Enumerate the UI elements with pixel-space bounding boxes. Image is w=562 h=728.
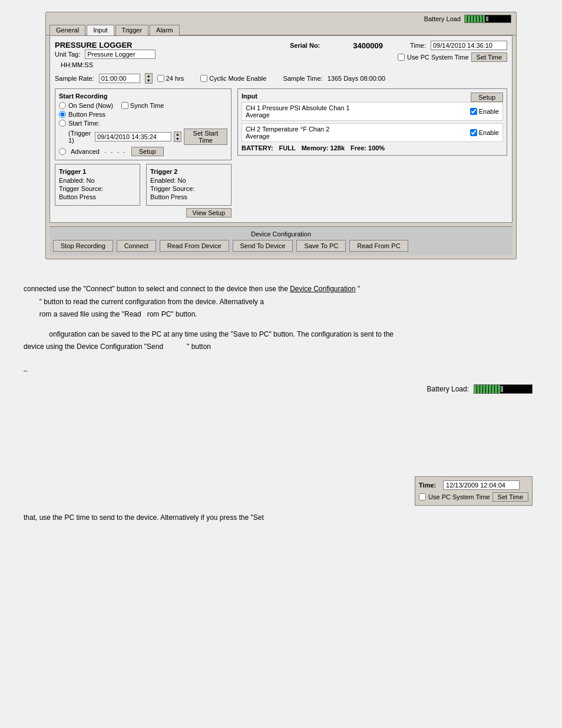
start-time-radio-row: Start Time: [59, 120, 227, 127]
page-wrapper: Battery Load General Input Trigger Alarm… [0, 0, 562, 548]
device-title: PRESSURE LOGGER [55, 41, 156, 50]
time-widget-box: Time: Use PC System Time Set Time [415, 476, 533, 506]
underline-device-config: Device Configuration [290, 285, 355, 293]
time-widget-top-row: Time: [419, 480, 528, 490]
spacer [12, 400, 550, 470]
start-time-input[interactable] [95, 132, 171, 141]
view-setup-row: View Setup [55, 208, 232, 218]
bottom-battery-tip [501, 386, 503, 392]
channel1-line2: Average [246, 111, 350, 118]
panel-header-row: PRESSURE LOGGER Unit Tag: HH:MM:SS Seria… [55, 41, 507, 70]
battery-bar-fill [465, 15, 485, 22]
right-col: Input Setup CH 1 Pressure PSI Absolute C… [237, 88, 507, 218]
use-pc-checkbox[interactable] [398, 54, 405, 61]
bottom-battery-widget: Battery Load: [12, 378, 550, 400]
tab-input[interactable]: Input [87, 25, 114, 35]
button-press-radio[interactable] [59, 111, 66, 118]
bottom-text-block: that, use the PC time to send to the dev… [12, 512, 550, 536]
bottom-battery-label: Battery Load: [427, 385, 469, 393]
sample-time-value: 1365 Days 08:00:00 [328, 75, 385, 82]
start-time-spinner[interactable]: ▲ ▼ [174, 131, 181, 142]
device-title-block: PRESSURE LOGGER Unit Tag: HH:MM:SS [55, 41, 156, 70]
channel2-enable-checkbox[interactable] [470, 129, 477, 136]
start-time-label: Start Time: [68, 120, 100, 127]
synch-time-checkbox[interactable] [121, 102, 128, 109]
channel1-enable-checkbox[interactable] [470, 108, 477, 115]
channel2-text: CH 2 Temperature °F Chan 2 Average [246, 126, 329, 140]
tab-alarm[interactable]: Alarm [150, 25, 180, 35]
start-time-radio[interactable] [59, 120, 66, 127]
battery-bar [464, 15, 511, 23]
trigger2-source: Trigger Source: [150, 185, 227, 192]
advanced-radio[interactable] [59, 148, 66, 155]
channel1-enable-row: Enable [470, 108, 499, 115]
hrs-checkbox[interactable] [157, 75, 164, 82]
setup-button[interactable]: Setup [131, 147, 164, 156]
time-input[interactable] [431, 41, 507, 50]
on-send-radio[interactable] [59, 102, 66, 109]
bottom-battery-fill [474, 385, 500, 393]
save-pc-button[interactable]: Save To PC [296, 240, 346, 252]
input-title: Input [242, 93, 257, 100]
use-pc-row: Use PC System Time Set Time [290, 52, 507, 62]
send-device-button[interactable]: Send To Device [233, 240, 293, 252]
trigger2-value: Button Press [150, 193, 227, 200]
battery-bar-row: Battery Load [46, 12, 516, 24]
trigger1-source: Trigger Source: [59, 185, 136, 192]
cyclic-mode-row: Cyclic Mode Enable [200, 75, 266, 82]
para1: connected use the "Connect" button to se… [24, 283, 538, 321]
panel-body: PRESSURE LOGGER Unit Tag: HH:MM:SS Seria… [49, 35, 513, 223]
on-send-row: On Send (Now) Synch Time [59, 102, 227, 109]
stop-recording-button[interactable]: Stop Recording [53, 240, 113, 252]
spinner-button[interactable]: ▲ ▼ [145, 73, 153, 84]
time-widget-pc-checkbox[interactable] [419, 493, 426, 500]
channel2-row: CH 2 Temperature °F Chan 2 Average Enabl… [242, 123, 503, 142]
set-start-button[interactable]: Set Start Time [184, 129, 227, 145]
two-col-layout: Start Recording On Send (Now) Synch Time [55, 88, 507, 218]
synch-time-label: Synch Time [130, 102, 164, 109]
time-widget-pc-label: Use PC System Time [428, 493, 490, 500]
tab-trigger[interactable]: Trigger [115, 25, 148, 35]
text-body: connected use the "Connect" button to se… [12, 277, 550, 367]
bottom-bar: Device Configuration Stop Recording Conn… [49, 226, 513, 255]
serial-value: 3400009 [353, 41, 383, 50]
time-widget-label: Time: [419, 482, 439, 489]
read-device-button[interactable]: Read From Device [160, 240, 229, 252]
battery-status-label: BATTERY: [242, 144, 273, 151]
input-setup-button[interactable]: Setup [471, 93, 503, 102]
sample-rate-input[interactable] [99, 74, 140, 83]
button-press-row: Button Press [59, 111, 227, 118]
unit-tag-input[interactable] [85, 50, 156, 59]
trigger1-box: Trigger 1 Enabled: No Trigger Source: Bu… [55, 164, 140, 206]
hhmmss-label: HH:MM:SS [61, 61, 156, 68]
input-header: Input Setup [242, 93, 503, 102]
sample-rate-row: Sample Rate: ▲ ▼ 24 hrs Cyclic Mode Enab… [55, 73, 507, 84]
channel2-line2: Average [246, 133, 329, 140]
start-time-input-row: (Trigger 1) ▲ ▼ Set Start Time [68, 129, 227, 145]
read-pc-button[interactable]: Read From PC [349, 240, 408, 252]
bottom-para: that, use the PC time to send to the dev… [24, 512, 538, 525]
dash-line: – [24, 367, 550, 374]
time-widget-set-button[interactable]: Set Time [492, 492, 528, 502]
sample-rate-label: Sample Rate: [55, 75, 94, 82]
channel2-enable-row: Enable [470, 129, 499, 136]
unit-tag-label: Unit Tag: [55, 51, 80, 58]
time-label: Time: [410, 42, 426, 49]
view-setup-button[interactable]: View Setup [186, 208, 232, 218]
trigger1-value: Button Press [59, 193, 136, 200]
sample-time-label: Sample Time: [283, 75, 322, 82]
set-time-button[interactable]: Set Time [471, 52, 507, 62]
unit-tag-row: Unit Tag: [55, 50, 156, 59]
time-widget-pc-row: Use PC System Time Set Time [419, 492, 528, 502]
cyclic-mode-checkbox[interactable] [200, 75, 207, 82]
triggers-row: Trigger 1 Enabled: No Trigger Source: Bu… [55, 164, 232, 206]
start-recording-title: Start Recording [59, 93, 227, 100]
use-pc-label: Use PC System Time [407, 54, 469, 61]
free-label: Free: 100% [351, 144, 385, 151]
time-widget-input[interactable] [443, 480, 520, 490]
start-recording-section: Start Recording On Send (Now) Synch Time [55, 88, 232, 160]
connect-button[interactable]: Connect [117, 240, 156, 252]
tab-general[interactable]: General [49, 25, 85, 35]
input-section: Input Setup CH 1 Pressure PSI Absolute C… [237, 88, 507, 156]
channel2-line1: CH 2 Temperature °F Chan 2 [246, 126, 329, 133]
